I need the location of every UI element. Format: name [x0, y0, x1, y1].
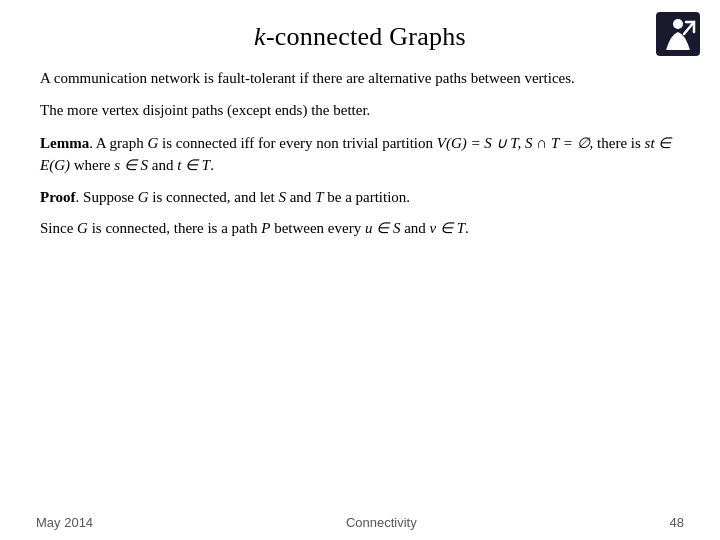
since-text2: is connected, there is a path: [88, 220, 261, 236]
since-P: P: [261, 220, 270, 236]
since-text1: Since: [40, 220, 77, 236]
title-rest: -connected Graphs: [266, 22, 466, 51]
footer-center: Connectivity: [346, 515, 417, 530]
since-block: Since G is connected, there is a path P …: [40, 218, 680, 240]
logo: [656, 12, 700, 56]
lemma-text5: and: [148, 157, 177, 173]
proof-text2: is connected, and let: [148, 189, 278, 205]
para-fault-tolerant: A communication network is fault-toleran…: [40, 68, 680, 90]
proof-label: Proof: [40, 189, 76, 205]
lemma-text6: .: [210, 157, 214, 173]
lemma-sS: s ∈ S: [114, 157, 148, 173]
footer: May 2014 Connectivity 48: [0, 515, 720, 530]
proof-text3: and: [286, 189, 315, 205]
svg-point-1: [673, 19, 683, 29]
lemma-text2: is connected iff for every non trivial p…: [158, 135, 436, 151]
para-disjoint: The more vertex disjoint paths (except e…: [40, 100, 680, 122]
footer-left: May 2014: [36, 515, 93, 530]
lemma-tT: t ∈ T: [177, 157, 210, 173]
since-text3: between every: [270, 220, 365, 236]
proof-text4: be a partition.: [323, 189, 410, 205]
lemma-block: Lemma. A graph G is connected iff for ev…: [40, 132, 680, 177]
lemma-text3: there is: [593, 135, 644, 151]
since-text4: and: [400, 220, 429, 236]
proof-G: G: [138, 189, 149, 205]
para1-text: A communication network is fault-toleran…: [40, 70, 575, 86]
since-G: G: [77, 220, 88, 236]
slide-content: A communication network is fault-toleran…: [36, 68, 684, 240]
proof-S: S: [278, 189, 286, 205]
slide: k-connected Graphs A communication netwo…: [0, 0, 720, 540]
proof-text1: . Suppose: [76, 189, 138, 205]
footer-right: 48: [670, 515, 684, 530]
lemma-G: G: [148, 135, 159, 151]
lemma-label: Lemma: [40, 135, 89, 151]
slide-title: k-connected Graphs: [36, 22, 684, 52]
para2-text: The more vertex disjoint paths (except e…: [40, 102, 370, 118]
lemma-text1: . A graph: [89, 135, 147, 151]
lemma-math1: V(G) = S ∪ T, S ∩ T = ∅,: [437, 135, 594, 151]
title-k: k: [254, 22, 266, 51]
since-vT: v ∈ T: [430, 220, 466, 236]
since-uS: u ∈ S: [365, 220, 401, 236]
proof-block: Proof. Suppose G is connected, and let S…: [40, 187, 680, 209]
lemma-text4: where: [70, 157, 114, 173]
since-text5: .: [465, 220, 469, 236]
